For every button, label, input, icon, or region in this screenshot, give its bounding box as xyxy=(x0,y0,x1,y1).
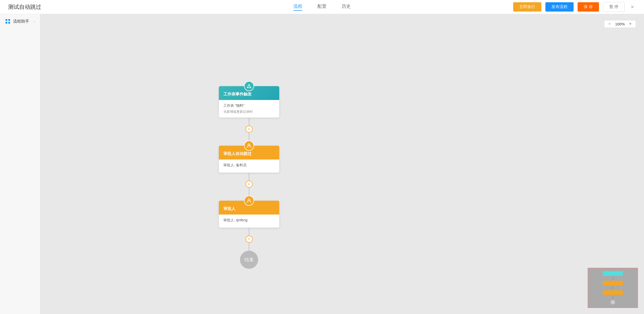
connector-5 xyxy=(249,228,249,236)
sidebar-item-flow-assistant[interactable]: 流程助手 › xyxy=(0,14,40,29)
flow-canvas[interactable]: − 100% + 工作表事件触发 工作表 "物料" 当新增或更新记录时 + xyxy=(40,14,644,314)
execute-button[interactable]: 立即执行 xyxy=(513,2,541,12)
minimap-trigger xyxy=(603,271,623,276)
chevron-right-icon: › xyxy=(34,19,35,23)
trigger-field-condition: 当新增或更新记录时 xyxy=(223,110,275,114)
minimap-line-1 xyxy=(613,277,613,279)
connector-4 xyxy=(249,188,249,196)
svg-rect-3 xyxy=(8,22,10,24)
auto-skip-node-icon xyxy=(244,141,254,151)
connector-6 xyxy=(249,243,249,251)
sidebar: 流程助手 › xyxy=(0,14,40,314)
trigger-node-body: 工作表 "物料" 当新增或更新记录时 xyxy=(219,100,279,118)
zoom-out-button[interactable]: − xyxy=(607,21,612,27)
app-header: 测试自动跳过 流程 配置 历史 立即执行 发布流程 保 存 暂 停 × xyxy=(0,0,644,14)
add-node-btn-1[interactable]: + xyxy=(246,126,253,133)
auto-skip-field-approver: 审批人: 备料员 xyxy=(223,163,275,168)
minimap xyxy=(588,268,638,308)
approver-node-icon xyxy=(244,196,254,206)
svg-marker-4 xyxy=(247,84,251,88)
svg-rect-2 xyxy=(6,22,7,24)
auto-skip-node-body: 审批人: 备料员 xyxy=(219,160,279,173)
connector-1 xyxy=(249,118,249,126)
save-button[interactable]: 保 存 xyxy=(578,2,599,12)
zoom-in-button[interactable]: + xyxy=(628,21,633,27)
grid-icon xyxy=(5,19,11,24)
minimap-auto-skip xyxy=(603,281,623,285)
nav-item-history[interactable]: 历史 xyxy=(342,3,351,11)
zoom-level: 100% xyxy=(614,22,626,26)
minimap-approver xyxy=(603,290,623,295)
svg-rect-0 xyxy=(6,19,7,21)
nav-item-flow[interactable]: 流程 xyxy=(293,3,302,11)
minimap-line-3 xyxy=(613,296,613,298)
trigger-node-icon xyxy=(244,81,254,91)
minimap-inner xyxy=(588,268,637,307)
svg-rect-1 xyxy=(8,19,10,21)
add-node-btn-2[interactable]: + xyxy=(246,181,253,188)
minimap-end xyxy=(611,300,615,304)
end-node: 结束 xyxy=(240,251,258,269)
header-nav: 流程 配置 历史 xyxy=(293,3,351,11)
page-title: 测试自动跳过 xyxy=(8,3,41,11)
connector-2 xyxy=(249,133,249,141)
flow-diagram: 工作表事件触发 工作表 "物料" 当新增或更新记录时 + 审批人自动跳过 审批人… xyxy=(219,81,279,269)
approver-node-body: 审批人: qinfeng xyxy=(219,215,279,228)
minimap-line-2 xyxy=(613,287,613,289)
add-node-btn-3[interactable]: + xyxy=(246,236,253,243)
sidebar-item-label: 流程助手 xyxy=(13,19,29,24)
header-actions: 立即执行 发布流程 保 存 暂 停 × xyxy=(513,2,636,12)
pause-button[interactable]: 暂 停 xyxy=(603,2,625,12)
close-button[interactable]: × xyxy=(629,3,636,11)
nav-item-config[interactable]: 配置 xyxy=(317,3,327,11)
publish-button[interactable]: 发布流程 xyxy=(545,2,574,12)
approver-field-name: 审批人: qinfeng xyxy=(223,218,275,223)
trigger-field-table: 工作表 "物料" xyxy=(223,103,275,108)
zoom-controls: − 100% + xyxy=(604,20,636,28)
connector-3 xyxy=(249,173,249,181)
